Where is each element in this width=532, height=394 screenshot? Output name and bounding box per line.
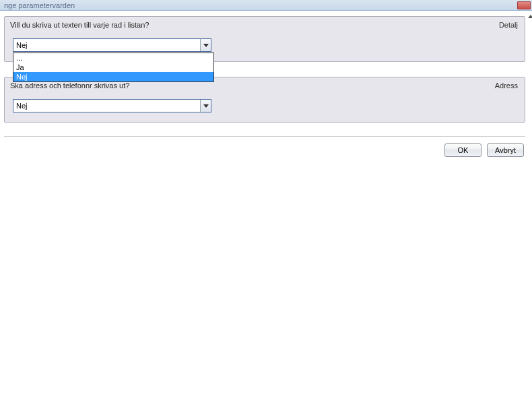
button-row: OK Avbryt — [4, 143, 525, 157]
close-icon[interactable] — [517, 1, 531, 9]
panel-right-label: Adress — [495, 81, 518, 90]
dropdown-adress[interactable]: Nej — [13, 99, 211, 112]
dropdown-selected-text: Nej — [13, 100, 200, 112]
scroll-up-icon[interactable] — [528, 15, 532, 18]
dropdown-option[interactable]: Ja — [13, 63, 213, 72]
dropdown-list: ... Ja Nej — [13, 53, 214, 82]
cancel-button[interactable]: Avbryt — [487, 143, 524, 157]
window-titlebar: nge parametervarden — [0, 0, 532, 11]
dropdown-option[interactable]: Nej — [13, 72, 213, 81]
panel-question: Vill du skriva ut texten till varje rad … — [10, 21, 149, 29]
footer-separator — [4, 136, 525, 137]
parameter-panel-detalj: Vill du skriva ut texten till varje rad … — [4, 16, 525, 62]
panel-body: Nej — [5, 94, 525, 122]
dropdown-selected-text: Nej — [13, 39, 200, 51]
parameter-panel-adress: Ska adress och telefonnr skrivas ut? Adr… — [4, 77, 525, 123]
panel-right-label: Detalj — [499, 21, 518, 29]
chevron-down-icon[interactable] — [200, 39, 211, 51]
dropdown-detalj[interactable]: Nej ... Ja Nej — [13, 38, 211, 52]
panel-header: Vill du skriva ut texten till varje rad … — [5, 17, 525, 33]
ok-button[interactable]: OK — [444, 143, 481, 157]
chevron-down-icon[interactable] — [200, 100, 211, 112]
window-title: nge parametervarden — [4, 1, 75, 10]
content-area: Vill du skriva ut texten till varje rad … — [0, 11, 532, 391]
panel-body: Nej ... Ja Nej — [5, 33, 525, 61]
dropdown-option[interactable]: ... — [13, 53, 213, 63]
panel-question: Ska adress och telefonnr skrivas ut? — [10, 81, 129, 90]
